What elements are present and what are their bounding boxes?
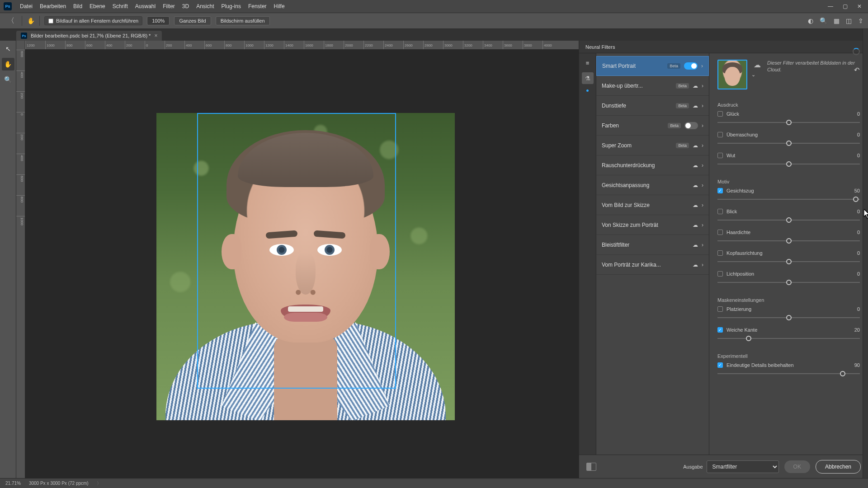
slider-track[interactable] — [717, 279, 860, 286]
download-icon[interactable]: ☁ — [693, 242, 698, 248]
slider-track[interactable] — [717, 161, 860, 167]
tab-close-icon[interactable]: × — [154, 33, 157, 39]
slider-checkbox[interactable] — [717, 230, 723, 235]
slider-checkbox[interactable]: ✓ — [717, 327, 723, 333]
download-icon[interactable]: ☁ — [693, 162, 698, 169]
slider-thumb[interactable] — [786, 217, 792, 223]
cloud-status-icon[interactable]: ◐ — [808, 17, 813, 24]
filter-toggle[interactable] — [684, 62, 698, 70]
filter-toggle[interactable] — [684, 122, 698, 129]
filter-row-5[interactable]: Rauschunterdrückung☁› — [596, 155, 709, 175]
fill-screen-button[interactable]: Bildschirm ausfüllen — [216, 16, 270, 25]
menu-schrift[interactable]: Schrift — [109, 3, 132, 9]
download-icon[interactable]: ☁ — [693, 142, 698, 149]
slider-thumb[interactable] — [786, 238, 792, 244]
slider-checkbox[interactable]: ✓ — [717, 362, 723, 368]
search-icon[interactable]: 🔍 — [820, 17, 827, 24]
filter-row-2[interactable]: DunsttiefeBeta☁› — [596, 96, 709, 116]
status-zoom[interactable]: 21.71% — [5, 481, 21, 486]
slider-checkbox[interactable] — [717, 250, 723, 256]
filter-row-6[interactable]: Gesichtsanpassung☁› — [596, 175, 709, 195]
close-button[interactable]: ✕ — [854, 3, 864, 9]
filter-row-1[interactable]: Make-up übertr...Beta☁› — [596, 76, 709, 96]
reset-button[interactable]: ↶ — [854, 66, 860, 74]
filter-row-4[interactable]: Super ZoomBeta☁› — [596, 136, 709, 155]
cancel-button[interactable]: Abbrechen — [816, 460, 861, 474]
menu-datei[interactable]: Datei — [16, 3, 36, 9]
slider-track[interactable] — [717, 140, 860, 146]
ruler-horizontal[interactable]: 1200100080060040020002004006008001000120… — [25, 41, 579, 50]
slider-value[interactable]: 0 — [857, 250, 860, 256]
ok-button[interactable]: OK — [784, 460, 810, 473]
maximize-button[interactable]: ▢ — [840, 3, 850, 9]
slider-thumb[interactable] — [853, 197, 859, 202]
slider-thumb[interactable] — [786, 141, 792, 146]
slider-track[interactable] — [717, 258, 860, 265]
filter-row-10[interactable]: Vom Porträt zur Karika...☁› — [596, 255, 709, 275]
slider-track[interactable] — [717, 335, 860, 342]
menu-3d[interactable]: 3D — [179, 3, 193, 9]
download-icon[interactable]: ☁ — [693, 262, 698, 268]
filter-row-0[interactable]: Smart PortraitBeta› — [596, 56, 709, 76]
tool-zoom[interactable]: 🔍 — [2, 73, 14, 86]
slider-value[interactable]: 0 — [857, 111, 860, 117]
arrange-icon[interactable]: ◫ — [846, 17, 852, 24]
menu-filter[interactable]: Filter — [159, 3, 179, 9]
slider-checkbox[interactable] — [717, 306, 723, 312]
menu-plugins[interactable]: Plug-ins — [218, 3, 245, 9]
slider-value[interactable]: 20 — [854, 327, 860, 333]
collapsed-right-dock[interactable] — [863, 29, 868, 478]
filter-row-9[interactable]: Bleistiftfilter☁› — [596, 235, 709, 255]
slider-track[interactable] — [717, 196, 860, 202]
download-icon[interactable]: ☁ — [693, 83, 698, 89]
slider-value[interactable]: 50 — [854, 188, 860, 193]
slider-track[interactable] — [717, 371, 860, 377]
slider-thumb[interactable] — [746, 336, 751, 341]
face-thumbnail[interactable] — [717, 60, 747, 89]
slider-thumb[interactable] — [786, 259, 792, 264]
slider-track[interactable] — [717, 217, 860, 223]
filter-row-7[interactable]: Vom Bild zur Skizze☁› — [596, 195, 709, 215]
menu-bild[interactable]: Bild — [70, 3, 86, 9]
slider-thumb[interactable] — [786, 315, 792, 320]
tool-hand[interactable]: ✋ — [2, 58, 14, 70]
filter-row-8[interactable]: Von Skizze zum Porträt☁› — [596, 215, 709, 235]
slider-value[interactable]: 0 — [857, 209, 860, 214]
fit-screen-button[interactable]: Ganzes Bild — [174, 16, 211, 25]
slider-value[interactable]: 90 — [854, 362, 860, 368]
output-select[interactable]: Smartfilter — [707, 460, 779, 473]
slider-value[interactable]: 0 — [857, 230, 860, 235]
tab-beta[interactable]: ⚗ — [582, 72, 594, 84]
home-button[interactable]: 〈 — [5, 16, 17, 26]
minimize-button[interactable]: — — [826, 3, 835, 9]
download-icon[interactable]: ☁ — [693, 103, 698, 109]
menu-ansicht[interactable]: Ansicht — [193, 3, 217, 9]
menu-bearbeiten[interactable]: Bearbeiten — [36, 3, 70, 9]
slider-checkbox[interactable] — [717, 111, 723, 117]
filter-row-3[interactable]: FarbenBeta› — [596, 116, 709, 136]
slider-thumb[interactable] — [786, 280, 792, 285]
menu-ebene[interactable]: Ebene — [86, 3, 109, 9]
ruler-vertical[interactable]: 60040020002004006008001000 — [16, 50, 25, 478]
slider-track[interactable] — [717, 238, 860, 244]
document-tab[interactable]: Ps Bilder bearbeiten.psdc bei 21,7% (Ebe… — [16, 31, 162, 41]
preview-toggle[interactable] — [586, 463, 596, 471]
hand-tool-icon[interactable]: ✋ — [27, 17, 35, 25]
slider-thumb[interactable] — [786, 120, 792, 125]
slider-track[interactable] — [717, 119, 860, 126]
slider-checkbox[interactable]: ✓ — [717, 188, 723, 193]
slider-value[interactable]: 0 — [857, 153, 860, 158]
tool-move[interactable]: ↖ — [2, 42, 14, 55]
slider-checkbox[interactable] — [717, 209, 723, 214]
ruler-origin[interactable] — [16, 41, 25, 50]
slider-checkbox[interactable] — [717, 153, 723, 158]
slider-value[interactable]: 0 — [857, 306, 860, 312]
download-icon[interactable]: ☁ — [693, 202, 698, 208]
zoom-field[interactable]: 100% — [147, 16, 170, 25]
slider-track[interactable] — [717, 314, 860, 321]
workspace-icon[interactable]: ▦ — [834, 17, 840, 24]
face-dropdown-icon[interactable]: ⌄ — [751, 72, 755, 78]
slider-value[interactable]: 0 — [857, 271, 860, 277]
menu-auswahl[interactable]: Auswahl — [132, 3, 159, 9]
slider-checkbox[interactable] — [717, 271, 723, 277]
